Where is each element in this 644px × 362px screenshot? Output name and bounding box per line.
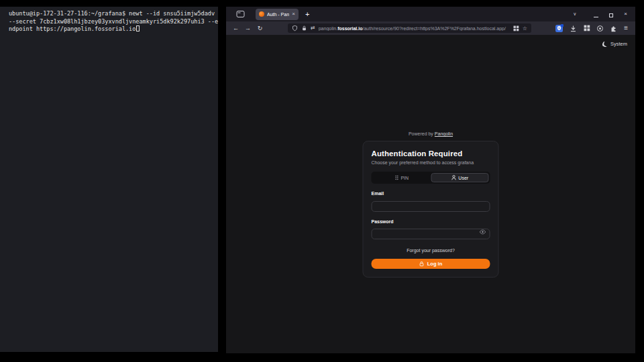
account-ring-icon[interactable] [597, 25, 603, 32]
firefox-view-icon [236, 10, 245, 18]
minimize-button[interactable] [594, 8, 598, 20]
terminal-line: ubuntu@ip-172-31-27-116:~/grafana$ newt … [9, 10, 215, 18]
url-host: fossorial.io [337, 26, 362, 31]
new-tab-button[interactable]: + [305, 11, 309, 18]
email-label: Email [372, 191, 490, 196]
auth-section: Powered by Pangolin Authentication Requi… [363, 131, 499, 278]
url-path: /auth/resource/90?redirect=https%3A%2F%2… [362, 26, 505, 31]
password-input-wrap [372, 227, 490, 240]
hamburger-menu-icon[interactable]: ≡ [624, 25, 628, 32]
tab-pin[interactable]: PIN [373, 173, 431, 182]
page-content: System Powered by Pangolin Authenticatio… [226, 35, 635, 353]
tab-user[interactable]: User [431, 173, 489, 182]
card-title: Authentication Required [372, 149, 490, 158]
downloads-icon[interactable] [570, 25, 577, 32]
terminal-window[interactable]: ubuntu@ip-172-31-27-116:~/grafana$ newt … [0, 7, 218, 352]
email-field[interactable] [372, 201, 490, 212]
auth-card: Authentication Required Choose your pref… [363, 141, 499, 278]
maximize-icon [609, 13, 613, 17]
browser-toolbar: ← → ↻ ⇄ pangolin.fossorial.io/auth/resou… [226, 21, 635, 35]
browser-tab-bar: Auth - Pangolin × + ∨ × [226, 7, 635, 21]
card-subtitle: Choose your preferred method to access g… [372, 160, 490, 165]
browser-window: Auth - Pangolin × + ∨ × ← → ↻ [226, 7, 635, 353]
pangolin-link[interactable]: Pangolin [435, 131, 453, 136]
list-all-tabs-icon[interactable]: ∨ [573, 11, 576, 17]
terminal-line: --secret 7cbz1xw08lh1jbzey03yxvndljvneam… [9, 18, 215, 26]
moon-icon [602, 41, 608, 48]
email-input-wrap [372, 198, 490, 212]
url-bar[interactable]: ⇄ pangolin.fossorial.io/auth/resource/90… [288, 23, 531, 33]
tracking-protection-shield-icon[interactable] [292, 25, 298, 32]
keypad-icon [394, 175, 398, 180]
reload-button[interactable]: ↻ [256, 25, 264, 32]
back-button[interactable]: ← [231, 25, 240, 32]
terminal-cursor [136, 25, 140, 32]
https-lock-icon[interactable] [301, 25, 307, 32]
powered-by-text: Powered by [409, 131, 433, 136]
terminal-line: ndpoint https://pangolin.fossorial.io [9, 25, 215, 34]
password-field[interactable] [372, 229, 490, 239]
powered-by: Powered by Pangolin [363, 131, 499, 136]
forward-button[interactable]: → [244, 25, 252, 32]
tab-pin-label: PIN [400, 176, 409, 180]
extensions-puzzle-icon[interactable] [610, 25, 617, 32]
login-button-label: Log in [427, 261, 443, 267]
screen: ubuntu@ip-172-31-27-116:~/grafana$ newt … [0, 0, 644, 362]
close-window-button[interactable]: × [624, 11, 627, 17]
theme-toggle[interactable]: System [602, 41, 627, 47]
toolbar-extension-area: ≡ [555, 25, 630, 32]
url-subdomain: pangolin. [319, 26, 337, 31]
bookmark-star-icon[interactable]: ☆ [523, 25, 527, 32]
extension-badge [561, 24, 564, 27]
tab-grid-icon[interactable] [513, 25, 519, 32]
pangolin-favicon-icon [259, 11, 264, 17]
grid-extension-icon[interactable] [584, 25, 590, 32]
tab-auth-pangolin[interactable]: Auth - Pangolin × [256, 9, 299, 20]
theme-toggle-label: System [610, 41, 627, 47]
firefox-view-button[interactable] [235, 9, 246, 19]
minimize-icon [594, 17, 598, 17]
forgot-password-link[interactable]: Forgot your password? [372, 248, 490, 253]
window-controls: ∨ × [573, 8, 627, 20]
login-lock-icon [419, 261, 425, 267]
ring-dot [599, 27, 601, 29]
tab-title: Auth - Pangolin [267, 12, 289, 17]
auth-method-tabs: PIN User [372, 172, 490, 184]
login-button[interactable]: Log in [372, 259, 490, 269]
tab-user-label: User [458, 176, 468, 180]
terminal-line-text: ndpoint https://pangolin.fossorial.io [9, 25, 136, 32]
password-label: Password [372, 219, 490, 224]
password-manager-extension-icon[interactable] [555, 25, 563, 32]
tab-close-icon[interactable]: × [292, 11, 295, 17]
user-icon [451, 175, 456, 180]
maximize-button[interactable] [609, 8, 613, 20]
url-text[interactable]: pangolin.fossorial.io/auth/resource/90?r… [319, 26, 510, 31]
show-password-eye-icon[interactable] [480, 229, 486, 235]
permissions-exchange-icon[interactable]: ⇄ [311, 25, 315, 31]
